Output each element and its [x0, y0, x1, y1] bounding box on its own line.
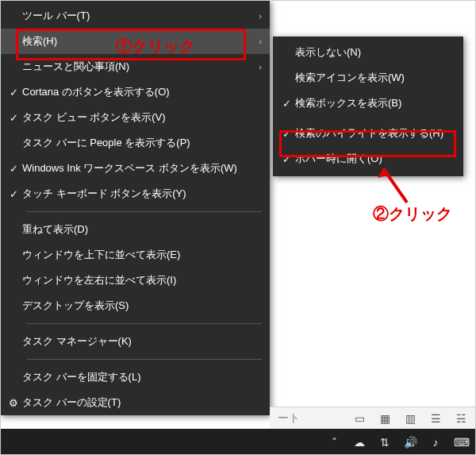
menu-item-search[interactable]: 検索(H) › [0, 29, 270, 54]
app-statusbar: ート ▭ ▦ ▥ ☰ ☵ [270, 407, 476, 429]
check-icon: ✓ [278, 98, 295, 110]
menu-item-label: 重ねて表示(D) [22, 222, 262, 237]
menu-item-label: ホバー時に開く(O) [295, 152, 455, 166]
gear-icon: ⚙ [5, 397, 22, 409]
menu-item-label: 表示しない(N) [295, 45, 455, 60]
menu-item-label: タスク バーの設定(T) [22, 395, 262, 410]
search-submenu: 表示しない(N) 検索アイコンを表示(W) ✓ 検索ボックスを表示(B) ✓ 検… [273, 37, 463, 176]
menu-item-label: タッチ キーボード ボタンを表示(Y) [22, 187, 262, 201]
menu-item-label: ツール バー(T) [22, 9, 252, 23]
menu-item-label: タスク バーを固定する(L) [22, 370, 262, 384]
check-icon: ✓ [278, 153, 295, 165]
taskbar-context-menu: ツール バー(T) › 検索(H) › ニュースと関心事項(N) › ✓ Cor… [0, 0, 270, 415]
status-label: ート [278, 411, 300, 426]
menu-item-taskbar-settings[interactable]: ⚙ タスク バーの設定(T) [0, 390, 270, 415]
menu-separator [27, 359, 262, 360]
chevron-right-icon: › [252, 11, 262, 21]
menu-item-ink-workspace[interactable]: ✓ Windows Ink ワークスペース ボタンを表示(W) [0, 156, 270, 181]
menu-item-label: ウィンドウを上下に並べて表示(E) [22, 248, 262, 262]
submenu-item-hidden[interactable]: 表示しない(N) [273, 40, 463, 65]
check-icon: ✓ [5, 112, 22, 124]
submenu-item-show-highlights[interactable]: ✓ 検索のハイライトを表示する(H) [273, 121, 463, 146]
check-icon: ✓ [5, 188, 22, 200]
menu-item-label: Cortana のボタンを表示する(O) [22, 85, 262, 99]
menu-item-lock-taskbar[interactable]: タスク バーを固定する(L) [0, 364, 270, 390]
menu-item-label: 検索(H) [22, 34, 252, 48]
menu-item-label: 検索アイコンを表示(W) [295, 71, 455, 85]
submenu-item-open-on-hover[interactable]: ✓ ホバー時に開く(O) [273, 146, 463, 172]
tray-onedrive-icon[interactable]: ☁ [352, 436, 367, 449]
chevron-right-icon: › [252, 62, 262, 71]
menu-item-taskview-button[interactable]: ✓ タスク ビュー ボタンを表示(V) [0, 105, 270, 130]
menu-item-cascade[interactable]: 重ねて表示(D) [0, 217, 270, 242]
tray-volume-icon[interactable]: 🔊 [403, 436, 417, 449]
check-icon: ✓ [278, 128, 295, 140]
menu-item-cortana-button[interactable]: ✓ Cortana のボタンを表示する(O) [0, 79, 270, 105]
menu-item-label: ウィンドウを左右に並べて表示(I) [22, 273, 262, 287]
menu-item-label: 検索ボックスを表示(B) [295, 96, 455, 110]
view-web-icon[interactable]: ▥ [403, 412, 417, 425]
view-grid-icon[interactable]: ▦ [378, 412, 392, 425]
check-icon: ✓ [5, 163, 22, 175]
submenu-item-show-box[interactable]: ✓ 検索ボックスを表示(B) [273, 91, 463, 116]
annotation-label-2: ②クリック [373, 203, 452, 225]
menu-item-stack-horizontal[interactable]: ウィンドウを左右に並べて表示(I) [0, 268, 270, 293]
menu-item-news[interactable]: ニュースと関心事項(N) › [0, 54, 270, 79]
menu-item-label: 検索のハイライトを表示する(H) [295, 126, 455, 141]
submenu-item-show-icon[interactable]: 検索アイコンを表示(W) [273, 65, 463, 91]
menu-item-label: タスク マネージャー(K) [22, 334, 262, 349]
chevron-right-icon: › [252, 37, 262, 46]
menu-item-label: Windows Ink ワークスペース ボタンを表示(W) [22, 161, 262, 175]
menu-item-people[interactable]: タスク バーに People を表示する(P) [0, 130, 270, 156]
menu-item-stack-vertical[interactable]: ウィンドウを上下に並べて表示(E) [0, 242, 270, 268]
menu-item-label: タスク バーに People を表示する(P) [22, 136, 262, 150]
tray-chevron-icon[interactable]: ˄ [327, 436, 341, 449]
menu-item-touch-keyboard[interactable]: ✓ タッチ キーボード ボタンを表示(Y) [0, 181, 270, 206]
check-icon: ✓ [5, 87, 22, 98]
tray-keyboard-icon[interactable]: ⌨ [454, 436, 468, 449]
menu-item-show-desktop[interactable]: デスクトップを表示(S) [0, 293, 270, 318]
windows-taskbar: ˄ ☁ ⇅ 🔊 ♪ ⌨ [0, 429, 476, 455]
menu-item-label: タスク ビュー ボタンを表示(V) [22, 110, 262, 125]
tray-ime-icon[interactable]: ♪ [428, 436, 443, 449]
view-present-icon[interactable]: ☵ [454, 412, 468, 425]
menu-separator [27, 211, 262, 212]
menu-item-label: デスクトップを表示(S) [22, 299, 262, 313]
menu-separator [27, 323, 262, 324]
tray-network-icon[interactable]: ⇅ [378, 436, 392, 449]
view-outline-icon[interactable]: ☰ [428, 412, 443, 425]
menu-item-toolbars[interactable]: ツール バー(T) › [0, 3, 270, 29]
menu-item-task-manager[interactable]: タスク マネージャー(K) [0, 329, 270, 354]
view-print-icon[interactable]: ▭ [352, 412, 367, 425]
menu-item-label: ニュースと関心事項(N) [22, 60, 252, 74]
